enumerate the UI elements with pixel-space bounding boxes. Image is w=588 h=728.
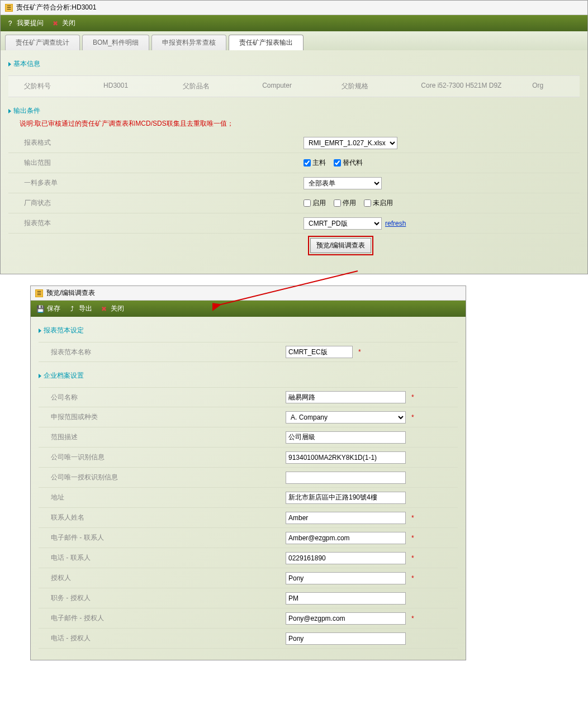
preview-title: 预览/编辑调查表 [46,288,95,298]
authorizer-email-input[interactable] [286,612,406,625]
parent-name-value: Computer [262,82,342,91]
preview-titlebar: ☰ 预览/编辑调查表 [31,286,466,301]
close-icon: ✖ [100,305,108,313]
required-mark: * [411,574,414,582]
required-mark: * [411,554,414,562]
app-icon: ☰ [5,4,13,12]
org-label: Org [532,82,564,91]
declaration-scope-select[interactable]: A. Company [286,411,406,424]
parent-pn-label: 父阶料号 [24,82,103,91]
window-title: 责任矿产符合分析:HD3001 [16,3,96,12]
template-name-input[interactable] [286,346,353,358]
save-button[interactable]: 💾保存 [36,304,60,313]
report-template-label: 报表范本 [24,218,304,228]
declaration-scope-label: 申报范围或种类 [51,412,286,422]
ask-button[interactable]: ? 我要提问 [6,18,44,28]
preview-toolbar: 💾保存 ⤴导出 ✖关闭 [31,301,466,317]
company-auth-id-input[interactable] [286,472,406,484]
required-mark: * [411,393,414,401]
app-icon: ☰ [35,289,43,297]
contact-phone-label: 电话 - 联系人 [51,553,286,563]
info-row: 父阶料号 HD3001 父阶品名 Computer 父阶规格 Core i52-… [8,75,580,97]
main-body: 基本信息 父阶料号 HD3001 父阶品名 Computer 父阶规格 Core… [1,50,587,274]
parent-name-label: 父阶品名 [183,82,262,91]
save-icon: 💾 [36,305,44,313]
status-enabled-checkbox[interactable]: 启用 [304,198,326,208]
section-basic-info[interactable]: 基本信息 [8,56,580,72]
alt-material-checkbox[interactable]: 替代料 [334,158,363,168]
tab-survey-stats[interactable]: 责任矿产调查统计 [5,35,80,50]
main-material-checkbox[interactable]: 主料 [304,158,326,168]
template-name-label: 报表范本名称 [51,348,286,357]
close-button[interactable]: ✖ 关闭 [51,18,75,28]
question-icon: ? [6,20,14,27]
collapse-icon [39,374,41,378]
contact-phone-input[interactable] [286,552,406,564]
close-button[interactable]: ✖关闭 [100,304,124,313]
required-mark: * [358,348,361,356]
report-format-select[interactable]: RMI_EMRT_1.027_K.xlsx [304,137,397,149]
tab-bom-detail[interactable]: BOM_料件明细 [82,35,149,50]
section-template-setting[interactable]: 报表范本设定 [39,322,458,339]
company-name-label: 公司名称 [51,393,286,402]
authorizer-phone-input[interactable] [286,632,406,645]
multi-form-select[interactable]: 全部表单 [304,177,382,189]
export-icon: ⤴ [68,305,76,313]
company-auth-id-label: 公司唯一授权识别信息 [51,473,286,482]
close-icon: ✖ [51,20,59,27]
refresh-link[interactable]: refresh [385,220,406,227]
preview-edit-button[interactable]: 预览/编辑调查表 [310,238,371,253]
company-name-input[interactable] [286,391,406,403]
parent-spec-value: Core i52-7300 H521M D9Z [421,82,532,91]
tab-bar: 责任矿产调查统计 BOM_料件明细 申报资料异常查核 责任矿产报表输出 [1,31,587,50]
authorizer-email-label: 电子邮件 - 授权人 [51,613,286,623]
range-desc-input[interactable] [286,431,406,444]
parent-spec-label: 父阶规格 [342,82,421,91]
contact-name-label: 联系人姓名 [51,513,286,522]
collapse-icon [39,329,41,333]
section-output-cond[interactable]: 输出条件 [8,103,580,119]
required-mark: * [411,615,414,622]
collapse-icon [8,109,11,113]
authorizer-job-label: 职务 - 授权人 [51,593,286,603]
multi-form-label: 一料多表单 [24,178,304,188]
authorizer-phone-label: 电话 - 授权人 [51,634,286,643]
tab-anomaly-check[interactable]: 申报资料异常查核 [151,35,226,50]
authorizer-label: 授权人 [51,573,286,583]
output-scope-label: 输出范围 [24,158,304,168]
required-mark: * [411,514,414,522]
contact-name-input[interactable] [286,512,406,524]
status-unenabled-checkbox[interactable]: 未启用 [364,198,393,208]
parent-pn-value: HD3001 [103,82,183,91]
required-mark: * [411,413,414,421]
company-uid-input[interactable] [286,451,406,464]
section-enterprise-setting[interactable]: 企业档案设置 [39,368,458,384]
authorizer-job-input[interactable] [286,592,406,605]
main-window: ☰ 责任矿产符合分析:HD3001 ? 我要提问 ✖ 关闭 责任矿产调查统计 B… [0,0,588,274]
address-label: 地址 [51,493,286,502]
tab-report-output[interactable]: 责任矿产报表输出 [229,35,304,50]
window-titlebar: ☰ 责任矿产符合分析:HD3001 [1,1,587,15]
report-format-label: 报表格式 [24,138,304,147]
company-uid-label: 公司唯一识别信息 [51,453,286,462]
main-toolbar: ? 我要提问 ✖ 关闭 [1,15,587,31]
vendor-status-label: 厂商状态 [24,198,304,208]
note-text: 说明:取已审核通过的责任矿产调查表和MCD/SDS联集且去重取唯一值； [8,119,580,133]
range-desc-label: 范围描述 [51,432,286,442]
preview-body: 报表范本设定 报表范本名称 * 企业档案设置 公司名称 * 申报范围或种类 A.… [31,317,466,660]
required-mark: * [411,534,414,542]
address-input[interactable] [286,492,406,504]
preview-window: ☰ 预览/编辑调查表 💾保存 ⤴导出 ✖关闭 报表范本设定 报表范本名称 * 企… [30,286,466,660]
report-template-select[interactable]: CMRT_PD版 [304,217,382,230]
status-disabled-checkbox[interactable]: 停用 [334,198,356,208]
authorizer-input[interactable] [286,572,406,584]
contact-email-input[interactable] [286,532,406,544]
export-button[interactable]: ⤴导出 [68,304,92,313]
collapse-icon [8,62,11,66]
contact-email-label: 电子邮件 - 联系人 [51,533,286,543]
